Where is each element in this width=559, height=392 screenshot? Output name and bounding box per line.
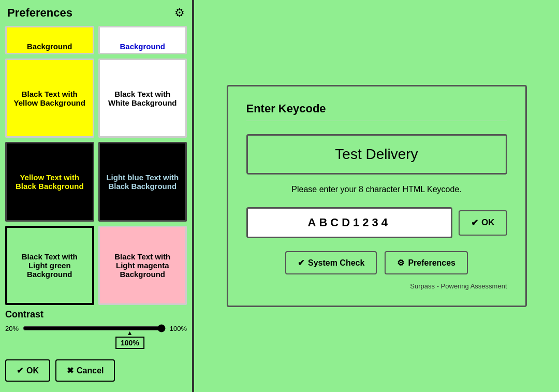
keycode-dialog: Enter Keycode Test Delivery Please enter… <box>227 85 527 307</box>
panel-title: Preferences <box>7 6 72 20</box>
bottom-buttons: ✔ OK ✖ Cancel <box>5 359 187 387</box>
dialog-footer: Surpass - Powering Assessment <box>246 282 507 290</box>
slider-container: 100% <box>23 323 166 333</box>
keycode-input-row: ✔ OK <box>246 207 507 238</box>
preferences-panel: Preferences ⚙ Background Background Blac… <box>0 0 194 392</box>
system-check-button[interactable]: ✔ System Check <box>285 251 377 274</box>
slider-tooltip: 100% <box>115 337 144 349</box>
preferences-label: Preferences <box>408 258 455 268</box>
contrast-min-label: 20% <box>5 325 19 332</box>
theme-card-top-yellow[interactable]: Background <box>5 26 94 54</box>
keycode-ok-button[interactable]: ✔ OK <box>459 210 507 236</box>
cancel-button[interactable]: ✖ Cancel <box>55 359 115 382</box>
check-icon: ✔ <box>17 366 23 375</box>
system-check-icon: ✔ <box>298 258 304 268</box>
contrast-label: Contrast <box>5 309 187 320</box>
theme-card-black-yellow[interactable]: Yellow Text with Black Background <box>5 142 94 221</box>
contrast-section: Contrast 20% 100% 100% <box>5 309 187 333</box>
ok-check-icon: ✔ <box>471 217 478 228</box>
ok-btn-label: OK <box>481 217 495 228</box>
preferences-button[interactable]: ⚙ Preferences <box>385 251 468 274</box>
gear-settings-button[interactable]: ⚙ <box>174 6 185 20</box>
dialog-instructions: Please enter your 8 character HTML Keyco… <box>246 185 507 194</box>
keycode-input[interactable] <box>246 207 453 238</box>
theme-card-yellow-bg[interactable]: Black Text with Yellow Background <box>5 59 94 138</box>
preferences-gear-icon: ⚙ <box>397 258 404 268</box>
theme-card-top-white-blue[interactable]: Background <box>98 26 187 54</box>
ok-button[interactable]: ✔ OK <box>5 359 50 382</box>
theme-card-black-lightblue[interactable]: Light blue Text with Black Background <box>98 142 187 221</box>
panel-header: Preferences ⚙ <box>5 5 187 21</box>
cancel-label: Cancel <box>77 366 104 375</box>
contrast-max-label: 100% <box>170 325 187 332</box>
theme-grid: Black Text with Yellow Background Black … <box>5 59 187 305</box>
contrast-slider[interactable] <box>23 324 166 332</box>
dialog-action-row: ✔ System Check ⚙ Preferences <box>246 251 507 274</box>
top-cards-row: Background Background <box>5 26 187 54</box>
contrast-slider-row: 20% 100% 100% <box>5 323 187 333</box>
theme-card-lightgreen-bg[interactable]: Black Text with Light green Background <box>5 226 94 305</box>
right-panel: Enter Keycode Test Delivery Please enter… <box>194 0 559 392</box>
ok-label: OK <box>26 366 39 375</box>
system-check-label: System Check <box>308 258 364 268</box>
x-icon: ✖ <box>67 366 73 375</box>
theme-card-white-bg[interactable]: Black Text with White Background <box>98 59 187 138</box>
delivery-label: Test Delivery <box>246 134 507 175</box>
theme-card-lightmagenta-bg[interactable]: Black Text with Light magenta Background <box>98 226 187 305</box>
dialog-title: Enter Keycode <box>246 102 507 121</box>
